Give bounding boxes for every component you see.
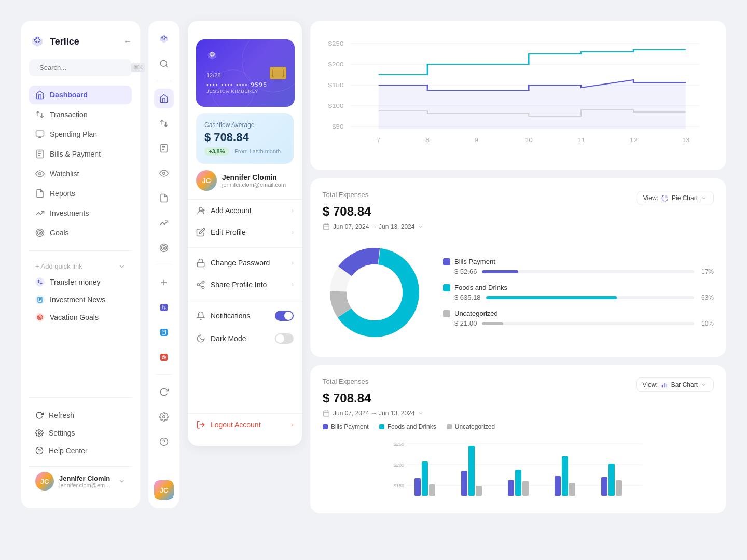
sidebar-item-investments[interactable]: Investments xyxy=(29,204,132,222)
view-pie-btn[interactable]: View: Pie Chart xyxy=(637,191,714,205)
dark-mode-toggle[interactable] xyxy=(275,333,294,344)
svg-rect-68 xyxy=(663,383,665,388)
svg-text:10: 10 xyxy=(525,137,533,144)
line-chart-svg: $250 $200 $150 $100 $50 7 8 9 10 11 12 1… xyxy=(323,33,714,158)
bar-legend-uncat: Uncategorized xyxy=(447,423,495,430)
svg-rect-87 xyxy=(569,483,575,496)
mini-user-avatar[interactable]: JC xyxy=(154,480,174,500)
home-icon xyxy=(35,90,45,100)
svg-point-3 xyxy=(39,173,42,175)
news-icon xyxy=(37,297,43,303)
dp-dark-mode[interactable]: Dark Mode xyxy=(188,327,302,350)
quick-links-header[interactable]: + Add quick link xyxy=(29,259,132,273)
mini-investments[interactable] xyxy=(154,213,174,233)
foods-bar xyxy=(486,296,617,299)
svg-rect-63 xyxy=(324,411,329,416)
logout-icon xyxy=(196,420,205,429)
chevron-down-user-icon xyxy=(118,478,126,485)
watchlist-icon xyxy=(35,169,45,178)
svg-text:9: 9 xyxy=(474,137,478,144)
dp-notifications[interactable]: Notifications xyxy=(188,304,302,327)
quick-link-vacation[interactable]: Vacation Goals xyxy=(29,309,132,326)
sidebar-item-spending[interactable]: Spending Plan xyxy=(29,125,132,144)
legend-bills: Bills Payment $ 52.66 17% xyxy=(443,258,714,275)
mini-transfer[interactable] xyxy=(154,298,174,317)
dp-add-account[interactable]: Add Account › xyxy=(188,200,302,221)
notifications-toggle[interactable] xyxy=(275,311,294,321)
svg-rect-85 xyxy=(555,476,561,496)
mini-search[interactable] xyxy=(154,54,174,74)
svg-point-13 xyxy=(160,60,167,66)
user-info: Jennifer Clomin jennifer.clom@email.com xyxy=(59,474,113,488)
mini-watchlist[interactable] xyxy=(154,163,174,183)
mini-vacation[interactable] xyxy=(154,347,174,367)
dp-edit-profile[interactable]: Edit Profile › xyxy=(188,221,302,243)
sidebar-item-bills[interactable]: Bills & Payment xyxy=(29,145,132,163)
dp-share-profile[interactable]: Share Profile Info › xyxy=(188,274,302,296)
mini-settings[interactable] xyxy=(154,407,174,427)
svg-point-9 xyxy=(38,316,42,319)
foods-pct: 63% xyxy=(699,294,714,301)
spending-icon xyxy=(35,130,45,139)
expenses-label: Total Expenses xyxy=(323,191,424,199)
view-bar-btn[interactable]: View: Bar Chart xyxy=(636,377,714,392)
mini-divider-2 xyxy=(156,265,172,265)
calendar-icon xyxy=(323,223,330,230)
svg-point-26 xyxy=(199,207,202,211)
search-input[interactable] xyxy=(39,64,127,72)
sidebar-item-reports[interactable]: Reports xyxy=(29,184,132,203)
donut-section: Bills Payment $ 52.66 17% Foods and Dri xyxy=(323,241,714,344)
nav-items: Dashboard Transaction Spending Plan Bill… xyxy=(29,86,132,242)
bottom-nav-refresh[interactable]: Refresh xyxy=(29,407,132,424)
bar-chevron-icon xyxy=(418,410,424,416)
legend-foods: Foods and Drinks $ 635.18 63% xyxy=(443,284,714,301)
svg-text:$200: $200 xyxy=(328,62,343,68)
svg-text:$150: $150 xyxy=(394,483,404,488)
svg-point-17 xyxy=(162,246,167,250)
chevron-down-icon xyxy=(118,263,126,270)
mini-goals[interactable] xyxy=(154,238,174,258)
sidebar-header: Terlice ← xyxy=(29,33,132,50)
sidebar-user[interactable]: JC Jennifer Clomin jennifer.clom@email.c… xyxy=(29,466,132,496)
foods-dot xyxy=(443,284,450,291)
sidebar-item-watchlist[interactable]: Watchlist xyxy=(29,164,132,183)
mini-reports[interactable] xyxy=(154,188,174,208)
mini-divider-3 xyxy=(156,374,172,375)
main-sidebar: Terlice ← ⌘K Dashboard Transaction Spend… xyxy=(21,21,140,508)
bar-expenses-amount: $ 708.84 xyxy=(323,387,424,407)
mini-dashboard[interactable] xyxy=(154,89,174,108)
svg-text:12: 12 xyxy=(630,137,638,144)
bar-chevron-view-icon xyxy=(701,382,707,388)
mini-news[interactable] xyxy=(154,323,174,342)
svg-point-18 xyxy=(163,247,165,249)
sidebar-item-transaction[interactable]: Transaction xyxy=(29,105,132,124)
expenses-header: Total Expenses $ 708.84 Jun 07, 2024 → J… xyxy=(323,191,714,230)
svg-rect-80 xyxy=(468,446,475,496)
sidebar-item-goals[interactable]: Goals xyxy=(29,223,132,242)
svg-point-10 xyxy=(39,317,40,318)
svg-text:$200: $200 xyxy=(394,463,404,468)
bottom-nav-help[interactable]: Help Center xyxy=(29,442,132,459)
sidebar-item-dashboard[interactable]: Dashboard xyxy=(29,86,132,104)
svg-text:$250: $250 xyxy=(394,442,404,447)
chevron-date-icon xyxy=(418,223,424,230)
dp-change-password[interactable]: Change Password › xyxy=(188,252,302,274)
mini-refresh[interactable] xyxy=(154,382,174,402)
share-icon xyxy=(196,280,205,289)
uncat-dot xyxy=(443,310,450,317)
goals-icon xyxy=(35,228,45,237)
search-box[interactable]: ⌘K xyxy=(29,59,132,76)
dp-divider-2 xyxy=(188,300,302,300)
mini-add[interactable] xyxy=(154,273,174,292)
app-name: Terlice xyxy=(50,36,79,47)
svg-text:$150: $150 xyxy=(328,82,343,89)
mini-transaction[interactable] xyxy=(154,114,174,133)
bar-chart-icon xyxy=(661,381,668,388)
mini-help[interactable] xyxy=(154,432,174,452)
dp-logout[interactable]: Logout Account › xyxy=(188,413,302,436)
sidebar-collapse-btn[interactable]: ← xyxy=(123,37,132,46)
quick-link-news[interactable]: Investment News xyxy=(29,291,132,309)
mini-bills[interactable] xyxy=(154,138,174,158)
bottom-nav-settings[interactable]: Settings xyxy=(29,425,132,441)
quick-link-transfer[interactable]: Transfer money xyxy=(29,273,132,291)
